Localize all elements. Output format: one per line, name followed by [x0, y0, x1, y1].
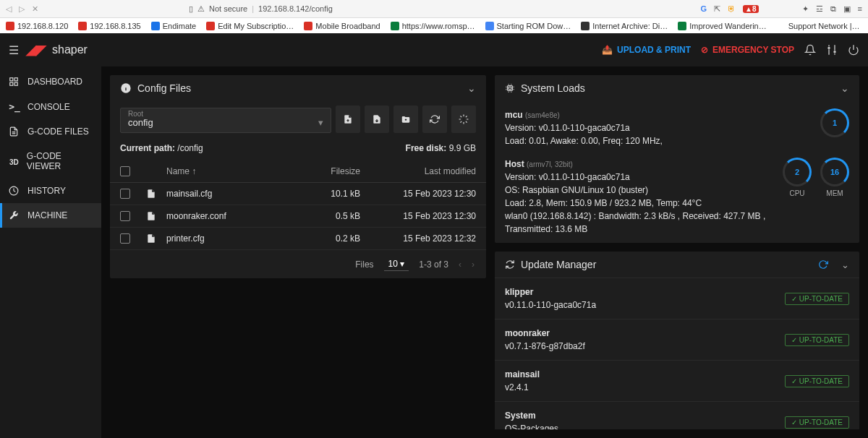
up-to-date-badge[interactable]: ✓ UP-TO-DATE [785, 293, 849, 305]
settings-icon[interactable] [826, 44, 838, 56]
bell-icon[interactable] [804, 44, 816, 56]
per-page-select[interactable]: 10 ▾ [384, 257, 409, 271]
blocker-badge[interactable]: ▲8 [743, 5, 758, 13]
upload-file-button[interactable] [365, 106, 389, 133]
menu-toggle-icon[interactable]: ☰ [9, 43, 19, 57]
new-file-button[interactable] [336, 106, 360, 133]
cpu-gauge: 2 [783, 158, 812, 186]
upload-icon: 📤 [602, 45, 613, 55]
update-icon [505, 259, 515, 270]
svg-point-8 [462, 118, 465, 121]
sidebar-item-g-code-files[interactable]: G-CODE FILES [0, 119, 101, 144]
bookmark-favicon [206, 22, 215, 30]
file-name: mainsail.cfg [166, 189, 302, 199]
sidebar-item-g-code-viewer[interactable]: 3DG-CODE VIEWER [0, 144, 101, 179]
file-name: printer.cfg [166, 233, 302, 244]
bookmark-favicon [6, 22, 14, 30]
bookmark-item[interactable]: Support Network |… [777, 22, 860, 30]
file-checkbox[interactable] [120, 211, 130, 221]
panel-title: Update Manager [521, 259, 596, 270]
prev-page-icon[interactable]: ‹ [459, 259, 461, 270]
app-topbar: ☰ ◢◤ shaper 📤 UPLOAD & PRINT ⊘ EMERGENCY… [0, 33, 868, 66]
power-icon[interactable] [848, 44, 859, 56]
bookmark-item[interactable]: https://www.romsp… [391, 22, 475, 30]
bookmark-item[interactable]: Endimate [151, 22, 196, 30]
panel-title: Config Files [137, 82, 191, 94]
bookmark-favicon [151, 22, 160, 30]
files-icon [9, 126, 20, 137]
col-name[interactable]: Name ↑ [166, 166, 302, 176]
copy-icon[interactable]: ⧉ [830, 4, 836, 14]
mcu-gauge: 1 [820, 108, 849, 137]
url-text[interactable]: 192.168.8.142/config [258, 4, 333, 13]
sidebar-item-machine[interactable]: MACHINE [0, 203, 101, 228]
sidebar-icon[interactable]: ☲ [816, 4, 823, 14]
file-icon [146, 233, 166, 244]
col-size[interactable]: Filesize [302, 166, 375, 176]
svg-rect-5 [14, 82, 17, 85]
file-checkbox[interactable] [120, 233, 130, 244]
page-range: 1-3 of 3 [419, 259, 448, 270]
file-size: 10.1 kB [302, 189, 375, 199]
svg-point-0 [827, 47, 830, 49]
bookmark-item[interactable]: Internet Archive: Di… [581, 22, 668, 30]
bookmark-item[interactable]: Improved Wanderin… [678, 22, 767, 30]
back-icon[interactable]: ◁ [6, 4, 12, 14]
sidebar-item-dashboard[interactable]: DASHBOARD [0, 69, 101, 94]
brand-logo-icon: ◢◤ [26, 42, 46, 58]
new-folder-button[interactable] [393, 106, 418, 133]
upload-print-button[interactable]: 📤 UPLOAD & PRINT [602, 45, 691, 55]
collapse-icon[interactable]: ⌄ [467, 82, 476, 94]
free-disk: 9.9 GB [449, 143, 476, 153]
sidebar-item-history[interactable]: HISTORY [0, 179, 101, 203]
root-select[interactable]: Root config [120, 108, 331, 133]
console-icon: >_ [9, 101, 20, 112]
refresh-icon[interactable] [818, 259, 828, 270]
shield-icon[interactable]: ⛨ [728, 4, 736, 13]
system-loads-panel: System Loads ⌄ mcu (sam4e8e) Version: v0… [495, 75, 859, 243]
refresh-button[interactable] [422, 106, 447, 133]
collapse-icon[interactable]: ⌄ [841, 259, 849, 270]
up-to-date-badge[interactable]: ✓ UP-TO-DATE [785, 334, 849, 346]
emergency-stop-button[interactable]: ⊘ EMERGENCY STOP [701, 45, 794, 55]
bookmark-item[interactable]: Starting ROM Dow… [485, 22, 571, 30]
browser-nav-bar: ◁ ▷ ✕ ▯ ⚠ Not secure | 192.168.8.142/con… [0, 0, 868, 17]
bookmark-favicon [678, 22, 686, 30]
bookmarks-bar: 192.168.8.120192.168.8.135EndimateEdit M… [0, 17, 868, 33]
not-secure-label: Not secure [209, 4, 247, 13]
up-to-date-badge[interactable]: ✓ UP-TO-DATE [785, 416, 849, 429]
update-item: klipperv0.11.0-110-gaca0c71a ✓ UP-TO-DAT… [495, 278, 859, 319]
bookmark-icon[interactable]: ▯ [189, 4, 193, 14]
extensions-icon[interactable]: ✦ [802, 4, 809, 14]
bookmark-item[interactable]: Mobile Broadband [304, 22, 380, 30]
update-item: moonrakerv0.7.1-876-g87dba2f ✓ UP-TO-DAT… [495, 319, 859, 360]
close-icon[interactable]: ✕ [32, 4, 38, 14]
collapse-icon[interactable]: ⌄ [841, 82, 849, 94]
settings-button[interactable] [451, 106, 476, 133]
file-size: 0.5 kB [302, 211, 375, 221]
share-icon[interactable]: ⇱ [714, 4, 720, 14]
menu-icon[interactable]: ≡ [858, 4, 862, 13]
file-modified: 15 Feb 2023 12:30 [375, 189, 476, 199]
bookmark-favicon [485, 22, 494, 30]
next-page-icon[interactable]: › [472, 259, 475, 270]
config-files-panel: Config Files ⌄ Root config Current path:… [110, 75, 486, 278]
select-all-checkbox[interactable] [120, 166, 130, 176]
window-icon[interactable]: ▣ [843, 4, 851, 14]
file-checkbox[interactable] [120, 189, 130, 199]
viewer-icon: 3D [9, 156, 20, 167]
forward-icon[interactable]: ▷ [19, 4, 25, 14]
bookmark-item[interactable]: 192.168.8.120 [6, 22, 68, 30]
svg-rect-2 [10, 78, 13, 81]
bookmark-favicon [391, 22, 399, 30]
google-icon[interactable]: G [701, 4, 707, 13]
pagination: Files 10 ▾ 1-3 of 3 ‹ › [110, 250, 486, 278]
up-to-date-badge[interactable]: ✓ UP-TO-DATE [785, 375, 849, 387]
sidebar-item-console[interactable]: >_CONSOLE [0, 94, 101, 119]
bookmark-item[interactable]: 192.168.8.135 [78, 22, 140, 30]
file-row[interactable]: moonraker.conf 0.5 kB 15 Feb 2023 12:30 [110, 205, 486, 228]
bookmark-item[interactable]: Edit My Subscriptio… [206, 22, 294, 30]
col-modified[interactable]: Last modified [375, 166, 476, 176]
file-row[interactable]: mainsail.cfg 10.1 kB 15 Feb 2023 12:30 [110, 183, 486, 205]
file-row[interactable]: printer.cfg 0.2 kB 15 Feb 2023 12:32 [110, 228, 486, 250]
